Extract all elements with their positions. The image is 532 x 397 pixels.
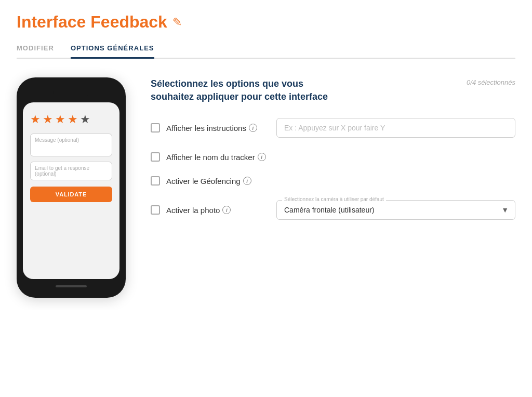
star-5: ★ <box>80 113 90 126</box>
tab-options-generales[interactable]: OPTIONS GÉNÉRALES <box>71 44 154 59</box>
star-2: ★ <box>43 113 53 126</box>
checkbox-photo[interactable] <box>151 205 160 215</box>
checkbox-tracker[interactable] <box>151 152 160 162</box>
options-header: Sélectionnez les options que vous souhai… <box>151 77 515 103</box>
info-icon-tracker[interactable]: i <box>258 153 266 161</box>
option-label-tracker: Afficher le nom du tracker i <box>166 153 270 162</box>
info-icon-photo[interactable]: i <box>222 206 231 214</box>
main-content: ★ ★ ★ ★ ★ Message (optional) Email to ge… <box>17 77 515 298</box>
checkbox-instructions[interactable] <box>151 123 160 133</box>
phone-screen: ★ ★ ★ ★ ★ Message (optional) Email to ge… <box>23 102 119 279</box>
camera-dropdown-wrapper: Sélectionnez la caméra à utiliser par dé… <box>276 200 515 220</box>
stars-row: ★ ★ ★ ★ ★ <box>30 113 112 126</box>
camera-dropdown-select[interactable]: Caméra frontale (utilisateur) Caméra arr… <box>277 201 515 219</box>
option-row-instructions: Afficher les instructions i <box>151 118 515 138</box>
page-title: Interface Feedback <box>17 12 167 32</box>
phone-message-input: Message (optional) <box>30 134 112 156</box>
option-row-photo: Activer la photo i Sélectionnez la camér… <box>151 200 515 220</box>
option-label-photo: Activer la photo i <box>166 206 270 215</box>
phone-email-input: Email to get a response (optional) <box>30 162 112 180</box>
camera-dropdown-label: Sélectionnez la caméra à utiliser par dé… <box>282 196 386 202</box>
tab-bar: MODIFIER OPTIONS GÉNÉRALES <box>17 44 515 59</box>
tab-modifier[interactable]: MODIFIER <box>17 44 54 59</box>
phone-mockup: ★ ★ ★ ★ ★ Message (optional) Email to ge… <box>17 77 126 298</box>
option-label-instructions: Afficher les instructions i <box>166 124 270 133</box>
option-row-geofencing: Activer le Géofencing i <box>151 176 515 186</box>
star-1: ★ <box>30 113 41 126</box>
checkbox-geofencing[interactable] <box>151 176 160 186</box>
instruction-text-input[interactable] <box>276 118 515 138</box>
star-4: ★ <box>68 113 78 126</box>
selection-count: 0/4 sélectionnés <box>467 78 515 86</box>
page-header: Interface Feedback ✎ <box>17 12 515 32</box>
phone-validate-button[interactable]: VALIDATE <box>30 187 112 202</box>
option-row-tracker: Afficher le nom du tracker i <box>151 152 515 162</box>
star-3: ★ <box>55 113 65 126</box>
right-panel: Sélectionnez les options que vous souhai… <box>151 77 515 234</box>
phone-home-bar <box>56 285 87 287</box>
info-icon-instructions[interactable]: i <box>249 124 257 132</box>
option-label-geofencing: Activer le Géofencing i <box>166 177 270 186</box>
edit-icon[interactable]: ✎ <box>172 16 182 29</box>
options-title: Sélectionnez les options que vous souhai… <box>151 77 348 103</box>
phone-notch <box>53 88 89 97</box>
info-icon-geofencing[interactable]: i <box>243 177 251 185</box>
